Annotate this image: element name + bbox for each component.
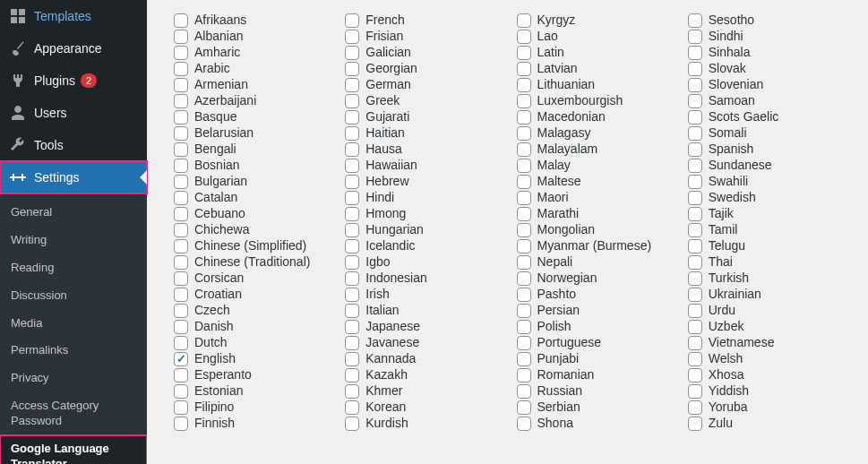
language-checkbox[interactable]: [345, 126, 359, 141]
language-checkbox[interactable]: [517, 94, 531, 108]
language-option[interactable]: Uzbek: [688, 319, 850, 334]
language-option[interactable]: Norwegian: [517, 271, 679, 286]
language-option[interactable]: Yoruba: [688, 400, 850, 415]
language-checkbox[interactable]: [517, 13, 531, 28]
language-option[interactable]: Swedish: [688, 190, 850, 205]
language-checkbox[interactable]: [688, 46, 702, 60]
language-option[interactable]: Russian: [517, 383, 679, 399]
language-option[interactable]: Latvian: [517, 61, 679, 76]
language-option[interactable]: Turkish: [688, 271, 850, 286]
language-option[interactable]: English: [174, 351, 336, 366]
language-option[interactable]: Swahili: [688, 174, 850, 189]
language-checkbox[interactable]: [688, 271, 702, 286]
language-option[interactable]: Shona: [517, 416, 679, 431]
language-option[interactable]: Cebuano: [174, 206, 336, 221]
language-checkbox[interactable]: [517, 400, 531, 415]
language-option[interactable]: Japanese: [345, 319, 507, 334]
language-checkbox[interactable]: [688, 13, 702, 28]
language-checkbox[interactable]: [517, 175, 531, 189]
language-option[interactable]: Javanese: [345, 335, 507, 350]
language-option[interactable]: Somali: [688, 125, 850, 141]
language-checkbox[interactable]: [688, 368, 702, 382]
language-checkbox[interactable]: [517, 271, 531, 286]
language-option[interactable]: Hindi: [345, 190, 507, 205]
language-option[interactable]: Korean: [345, 400, 507, 415]
language-checkbox[interactable]: [688, 384, 702, 399]
language-option[interactable]: Indonesian: [345, 271, 507, 286]
submenu-item-google-language-translator[interactable]: Google Language Translator: [0, 435, 147, 464]
language-option[interactable]: Samoan: [688, 93, 850, 108]
language-option[interactable]: Serbian: [517, 400, 679, 415]
menu-item-tools[interactable]: Tools: [0, 129, 147, 161]
language-option[interactable]: Xhosa: [688, 367, 850, 382]
language-checkbox[interactable]: [517, 239, 531, 253]
language-checkbox[interactable]: [688, 62, 702, 76]
language-checkbox[interactable]: [517, 368, 531, 382]
language-option[interactable]: Kurdish: [345, 416, 507, 431]
language-checkbox[interactable]: [517, 30, 531, 44]
language-option[interactable]: Afrikaans: [174, 13, 336, 28]
language-option[interactable]: Sinhala: [688, 45, 850, 60]
language-option[interactable]: Yiddish: [688, 383, 850, 399]
language-checkbox[interactable]: [688, 94, 702, 108]
language-option[interactable]: Chinese (Simplified): [174, 238, 336, 253]
language-option[interactable]: Vietnamese: [688, 335, 850, 350]
language-checkbox[interactable]: [345, 159, 359, 173]
language-option[interactable]: Dutch: [174, 335, 336, 350]
language-checkbox[interactable]: [517, 336, 531, 350]
language-option[interactable]: Hawaiian: [345, 158, 507, 173]
language-checkbox[interactable]: [174, 13, 188, 28]
language-checkbox[interactable]: [174, 384, 188, 399]
language-checkbox[interactable]: [174, 159, 188, 173]
language-option[interactable]: Albanian: [174, 29, 336, 44]
language-option[interactable]: Maltese: [517, 174, 679, 189]
language-checkbox[interactable]: [517, 191, 531, 205]
language-option[interactable]: Chichewa: [174, 222, 336, 237]
language-option[interactable]: Polish: [517, 319, 679, 334]
language-option[interactable]: Bengali: [174, 142, 336, 157]
submenu-item-general[interactable]: General: [0, 199, 147, 227]
language-option[interactable]: Danish: [174, 319, 336, 334]
language-checkbox[interactable]: [517, 417, 531, 431]
language-option[interactable]: Marathi: [517, 206, 679, 221]
language-checkbox[interactable]: [174, 30, 188, 44]
language-checkbox[interactable]: [517, 223, 531, 237]
language-option[interactable]: Amharic: [174, 45, 336, 60]
language-checkbox[interactable]: [688, 207, 702, 221]
language-option[interactable]: Belarusian: [174, 125, 336, 141]
language-option[interactable]: Romanian: [517, 367, 679, 382]
language-option[interactable]: Ukrainian: [688, 287, 850, 302]
language-option[interactable]: Spanish: [688, 142, 850, 157]
language-checkbox[interactable]: [345, 336, 359, 350]
language-option[interactable]: Esperanto: [174, 367, 336, 382]
language-checkbox[interactable]: [688, 30, 702, 44]
language-checkbox[interactable]: [174, 78, 188, 92]
language-option[interactable]: Gujarati: [345, 109, 507, 125]
language-option[interactable]: Luxembourgish: [517, 93, 679, 108]
language-option[interactable]: Sindhi: [688, 29, 850, 44]
language-option[interactable]: German: [345, 77, 507, 92]
language-checkbox[interactable]: [174, 352, 188, 366]
language-option[interactable]: Tajik: [688, 206, 850, 221]
language-checkbox[interactable]: [345, 191, 359, 205]
language-checkbox[interactable]: [345, 13, 359, 28]
language-checkbox[interactable]: [517, 110, 531, 125]
language-checkbox[interactable]: [517, 304, 531, 318]
language-option[interactable]: Croatian: [174, 287, 336, 302]
language-option[interactable]: Nepali: [517, 254, 679, 270]
language-option[interactable]: Sesotho: [688, 13, 850, 28]
language-option[interactable]: Malagasy: [517, 125, 679, 141]
language-option[interactable]: Pashto: [517, 287, 679, 302]
submenu-item-discussion[interactable]: Discussion: [0, 282, 147, 310]
language-checkbox[interactable]: [174, 62, 188, 76]
language-checkbox[interactable]: [688, 320, 702, 334]
language-checkbox[interactable]: [174, 368, 188, 382]
language-checkbox[interactable]: [174, 271, 188, 286]
language-option[interactable]: Azerbaijani: [174, 93, 336, 108]
language-option[interactable]: Khmer: [345, 383, 507, 399]
language-checkbox[interactable]: [174, 417, 188, 431]
language-checkbox[interactable]: [345, 62, 359, 76]
language-option[interactable]: Tamil: [688, 222, 850, 237]
language-checkbox[interactable]: [688, 239, 702, 253]
language-checkbox[interactable]: [688, 336, 702, 350]
